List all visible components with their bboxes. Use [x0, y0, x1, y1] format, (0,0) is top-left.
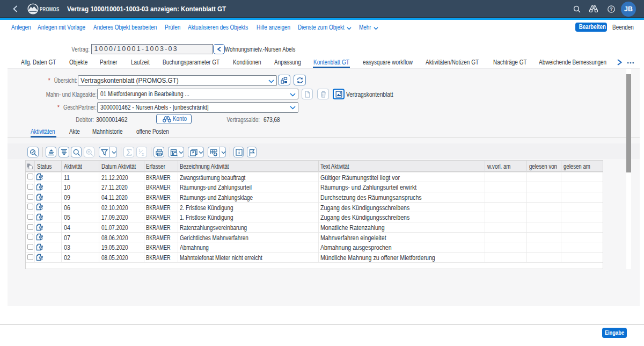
svg-text:Σ: Σ [142, 152, 144, 157]
svg-text:?: ? [610, 6, 613, 12]
